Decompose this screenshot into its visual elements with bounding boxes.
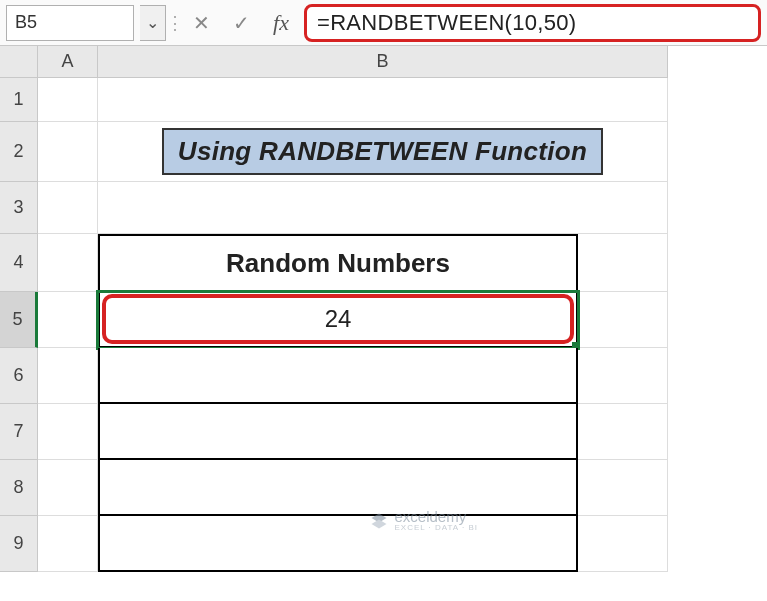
cell-B1[interactable] <box>98 78 668 122</box>
row-header-2[interactable]: 2 <box>0 122 38 182</box>
column-header-row: A B <box>0 46 767 78</box>
title-banner: Using RANDBETWEEN Function <box>162 128 603 175</box>
cells-area: Using RANDBETWEEN Function <box>38 78 668 572</box>
row-header-9[interactable]: 9 <box>0 516 38 572</box>
watermark-brand: exceldemy <box>394 509 478 524</box>
cell-A7[interactable] <box>38 404 98 460</box>
row-header-4[interactable]: 4 <box>0 234 38 292</box>
cell-A4[interactable] <box>38 234 98 292</box>
insert-function-button[interactable]: fx <box>264 5 298 41</box>
cell-A1[interactable] <box>38 78 98 122</box>
cell-A3[interactable] <box>38 182 98 234</box>
row-headers: 1 2 3 4 5 6 7 8 9 <box>0 78 38 572</box>
select-all-corner[interactable] <box>0 46 38 78</box>
name-box-dropdown[interactable]: ⌄ <box>140 5 166 41</box>
cell-B3[interactable] <box>98 182 668 234</box>
formula-input[interactable]: =RANDBETWEEN(10,50) <box>304 4 761 42</box>
table-row-1[interactable]: 24 <box>98 292 578 348</box>
name-box-value: B5 <box>15 12 37 33</box>
divider-icon: ⋮ <box>172 5 178 41</box>
table-row-2[interactable] <box>98 348 578 404</box>
table-row-5[interactable] <box>98 516 578 572</box>
chevron-down-icon: ⌄ <box>146 13 159 32</box>
row-header-8[interactable]: 8 <box>0 460 38 516</box>
cell-A5[interactable] <box>38 292 98 348</box>
row-header-3[interactable]: 3 <box>0 182 38 234</box>
grid-body: 1 2 3 4 5 6 7 8 9 Using RANDBETWEEN Func… <box>0 78 767 572</box>
row-header-1[interactable]: 1 <box>0 78 38 122</box>
confirm-button[interactable]: ✓ <box>224 5 258 41</box>
row-header-5[interactable]: 5 <box>0 292 38 348</box>
column-header-B[interactable]: B <box>98 46 668 78</box>
svg-marker-1 <box>372 519 387 528</box>
table-header[interactable]: Random Numbers <box>98 234 578 292</box>
row-header-6[interactable]: 6 <box>0 348 38 404</box>
cell-A8[interactable] <box>38 460 98 516</box>
cell-A6[interactable] <box>38 348 98 404</box>
formula-text: =RANDBETWEEN(10,50) <box>317 10 576 36</box>
watermark: exceldemy EXCEL · DATA · BI <box>370 509 478 532</box>
row-header-7[interactable]: 7 <box>0 404 38 460</box>
cancel-button[interactable]: ✕ <box>184 5 218 41</box>
formula-bar-row: B5 ⌄ ⋮ ✕ ✓ fx =RANDBETWEEN(10,50) <box>0 0 767 46</box>
table-row-4[interactable] <box>98 460 578 516</box>
logo-icon <box>370 512 388 530</box>
watermark-tagline: EXCEL · DATA · BI <box>394 524 478 532</box>
cell-B2[interactable]: Using RANDBETWEEN Function <box>98 122 668 182</box>
check-icon: ✓ <box>233 11 250 35</box>
name-box[interactable]: B5 <box>6 5 134 41</box>
table-value-1: 24 <box>325 305 352 333</box>
cancel-icon: ✕ <box>193 11 210 35</box>
data-table: Random Numbers 24 <box>98 234 578 572</box>
column-header-A[interactable]: A <box>38 46 98 78</box>
table-row-3[interactable] <box>98 404 578 460</box>
cell-A9[interactable] <box>38 516 98 572</box>
fx-icon: fx <box>273 10 289 36</box>
cell-A2[interactable] <box>38 122 98 182</box>
